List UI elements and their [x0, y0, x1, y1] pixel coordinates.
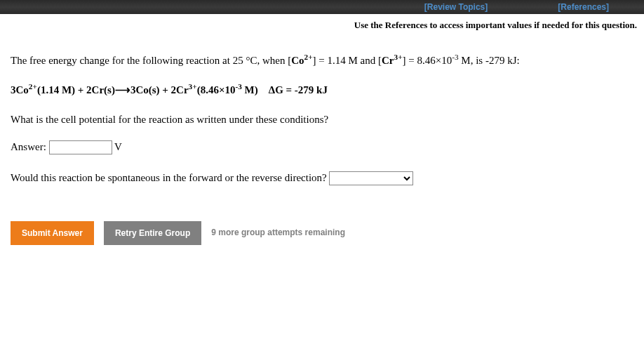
answer-label: Answer: [11, 141, 46, 152]
equation-text: 3Co2+(1.14 M) + 2Cr(s)⟶3Co(s) + 2Cr3+(8.… [11, 81, 633, 98]
unit-label: V [114, 141, 122, 152]
submit-answer-button[interactable]: Submit Answer [11, 221, 94, 245]
attempts-remaining: 9 more group attempts remaining [211, 226, 345, 239]
answer-input[interactable] [49, 140, 112, 154]
question-cell-potential: What is the cell potential for the react… [11, 111, 633, 128]
question-content: The free energy change for the following… [0, 31, 644, 256]
button-row: Submit Answer Retry Entire Group 9 more … [11, 221, 633, 245]
intro-text: The free energy change for the following… [11, 52, 633, 69]
instruction-text: Use the References to access important v… [0, 14, 644, 31]
question-spontaneous: Would this reaction be spontaneous in th… [11, 169, 633, 186]
direction-select[interactable] [329, 171, 413, 185]
references-link[interactable]: [References] [558, 2, 609, 12]
top-bar: [Review Topics] [References] [0, 0, 644, 14]
answer-row: Answer: V [11, 138, 633, 155]
retry-group-button[interactable]: Retry Entire Group [104, 221, 201, 245]
review-topics-link[interactable]: [Review Topics] [424, 2, 488, 12]
